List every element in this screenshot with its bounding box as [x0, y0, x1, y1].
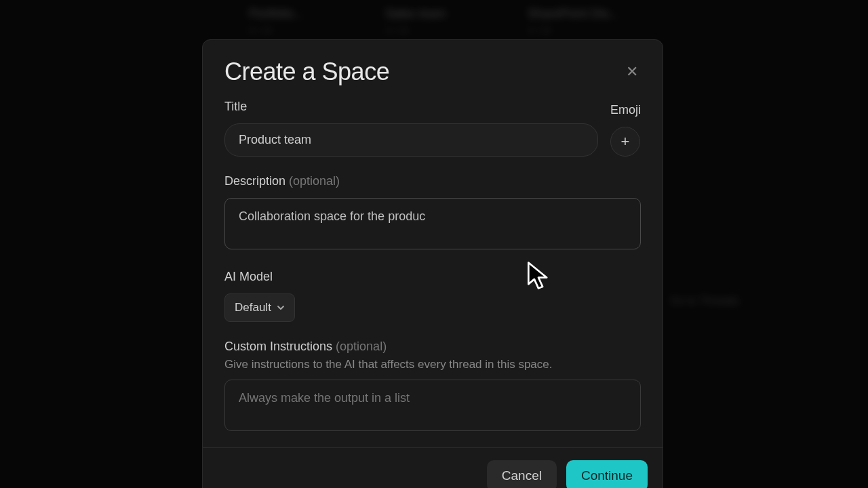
add-emoji-button[interactable]: + [610, 127, 640, 157]
title-field-wrap: Title [224, 100, 598, 157]
description-input[interactable] [224, 198, 641, 249]
ai-model-value: Default [235, 301, 271, 314]
title-label: Title [224, 100, 598, 114]
modal-header: Create a Space ✕ [203, 40, 663, 100]
close-button[interactable]: ✕ [623, 62, 641, 82]
continue-button[interactable]: Continue [566, 460, 648, 488]
plus-icon: + [621, 133, 630, 150]
modal-footer: Cancel Continue [203, 447, 663, 488]
modal-title: Create a Space [224, 58, 389, 86]
cancel-button[interactable]: Cancel [487, 460, 557, 488]
emoji-field-wrap: Emoji + [610, 103, 641, 157]
emoji-label: Emoji [610, 103, 641, 117]
chevron-down-icon [277, 304, 285, 312]
description-label-text: Description [224, 174, 285, 188]
ai-model-section: AI Model Default [224, 270, 641, 322]
description-optional: (optional) [289, 174, 340, 188]
description-section: Description (optional) [224, 174, 641, 252]
title-input[interactable] [224, 123, 598, 157]
description-label: Description (optional) [224, 174, 641, 188]
modal-body: Title Emoji + Description (optional) AI … [203, 100, 663, 447]
custom-instructions-helper: Give instructions to the AI that affects… [224, 358, 641, 371]
custom-instructions-input[interactable] [224, 380, 641, 431]
ai-model-dropdown[interactable]: Default [224, 293, 295, 322]
custom-instructions-label-text: Custom Instructions [224, 340, 332, 353]
ai-model-label: AI Model [224, 270, 641, 284]
close-icon: ✕ [626, 63, 638, 80]
custom-instructions-optional: (optional) [336, 340, 387, 353]
title-emoji-row: Title Emoji + [224, 100, 641, 157]
custom-instructions-section: Custom Instructions (optional) Give inst… [224, 340, 641, 434]
create-space-modal: Create a Space ✕ Title Emoji + Descripti… [202, 39, 663, 488]
custom-instructions-label: Custom Instructions (optional) [224, 340, 641, 354]
